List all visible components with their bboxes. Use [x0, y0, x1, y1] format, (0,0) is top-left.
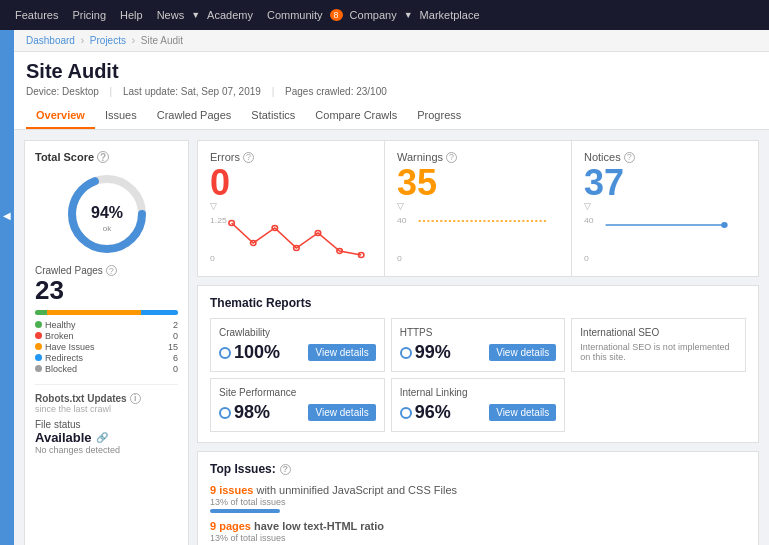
community-badge: 8 [330, 9, 343, 21]
svg-text:0: 0 [210, 253, 215, 263]
robots-section: Robots.txt Updates i since the last craw… [35, 384, 178, 455]
page-header: Site Audit Device: Desktop | Last update… [14, 52, 769, 130]
tab-progress[interactable]: Progress [407, 103, 471, 129]
nav-news[interactable]: News [150, 0, 192, 30]
breadcrumb-dashboard[interactable]: Dashboard [26, 35, 75, 46]
report-intl-seo: International SEO International SEO is n… [571, 318, 746, 372]
issue-item-2: 9 pages have low text-HTML ratio 13% of … [210, 520, 746, 545]
pb-healthy [35, 310, 47, 315]
internal-linking-title: Internal Linking [400, 387, 557, 398]
no-changes: No changes detected [35, 445, 178, 455]
legend-have-issues: Have Issues15 [35, 342, 178, 352]
top-issues-section: Top Issues: ? 9 issues with unminified J… [197, 451, 759, 545]
crawlability-title: Crawlability [219, 327, 376, 338]
site-performance-score-row: 98% View details [219, 402, 376, 423]
errors-info-icon[interactable]: ? [243, 152, 254, 163]
nav-chevron-news: ▼ [191, 10, 200, 20]
metrics-col: Errors ? 0 ▽ 1.25 0 [197, 140, 759, 545]
https-score: 99% [400, 342, 451, 363]
report-https: HTTPS 99% View details [391, 318, 566, 372]
issue-1-text: 9 issues with unminified JavaScript and … [210, 484, 746, 496]
top-issues-title: Top Issues: ? [210, 462, 746, 476]
score-panel: Total Score ? 94% ok [24, 140, 189, 545]
notices-sparkline: 40 0 [584, 213, 746, 263]
tabs-container: Overview Issues Crawled Pages Statistics… [26, 103, 757, 129]
svg-text:0: 0 [584, 253, 589, 263]
breadcrumb-sep1: › [81, 35, 84, 46]
https-view-details-btn[interactable]: View details [489, 344, 556, 361]
site-performance-title: Site Performance [219, 387, 376, 398]
device-label: Device: Desktop [26, 86, 99, 97]
issue-1-bar [210, 509, 280, 513]
breadcrumb-projects[interactable]: Projects [90, 35, 126, 46]
reports-grid: Crawlability 100% View details [210, 318, 746, 432]
errors-sparkline: 1.25 0 [210, 213, 372, 263]
nav-community[interactable]: Community [260, 0, 330, 30]
svg-text:0: 0 [397, 253, 402, 263]
issue-2-text: 9 pages have low text-HTML ratio [210, 520, 746, 532]
legend-redirects: Redirects6 [35, 353, 178, 363]
file-status-label: File status [35, 419, 178, 430]
breadcrumb: Dashboard › Projects › Site Audit [14, 30, 769, 52]
tab-issues[interactable]: Issues [95, 103, 147, 129]
nav-academy[interactable]: Academy [200, 0, 260, 30]
svg-text:40: 40 [584, 215, 594, 225]
internal-linking-score-row: 96% View details [400, 402, 557, 423]
nav-help[interactable]: Help [113, 0, 150, 30]
tab-statistics[interactable]: Statistics [241, 103, 305, 129]
donut-chart: 94% ok [35, 169, 178, 259]
pb-issues [47, 310, 140, 315]
internal-linking-score: 96% [400, 402, 451, 423]
main-content: Total Score ? 94% ok [14, 130, 769, 545]
crawled-number: 23 [35, 276, 178, 305]
site-performance-view-details-btn[interactable]: View details [308, 404, 375, 421]
robots-title: Robots.txt Updates i [35, 393, 178, 404]
errors-sub: ▽ [210, 201, 372, 211]
warnings-panel: Warnings ? 35 ▽ 40 0 [384, 140, 571, 277]
progress-bar [35, 310, 178, 315]
link-icon[interactable]: 🔗 [96, 432, 108, 443]
nav-chevron-company: ▼ [404, 10, 413, 20]
notices-panel: Notices ? 37 ▽ 40 0 [571, 140, 759, 277]
svg-text:1.25: 1.25 [210, 215, 227, 225]
issue-2-sub: 13% of total issues [210, 533, 746, 543]
errors-value: 0 [210, 165, 372, 201]
crawlability-score: 100% [219, 342, 280, 363]
nav-marketplace[interactable]: Marketplace [413, 0, 487, 30]
page-meta: Device: Desktop | Last update: Sat, Sep … [26, 86, 757, 97]
tab-crawled-pages[interactable]: Crawled Pages [147, 103, 242, 129]
pages-crawled-label: Pages crawled: 23/100 [285, 86, 387, 97]
tab-overview[interactable]: Overview [26, 103, 95, 129]
issues-info-icon[interactable]: ? [280, 464, 291, 475]
robots-sub: since the last crawl [35, 404, 178, 414]
score-info-icon[interactable]: ? [97, 151, 109, 163]
intl-seo-note: International SEO is not implemented on … [580, 342, 737, 362]
crawlability-view-details-btn[interactable]: View details [308, 344, 375, 361]
robots-info-icon[interactable]: i [130, 393, 141, 404]
score-title: Total Score ? [35, 151, 178, 163]
sidebar-toggle[interactable]: ◀ [0, 30, 14, 545]
warnings-sparkline: 40 0 [397, 213, 559, 263]
metrics-row: Errors ? 0 ▽ 1.25 0 [197, 140, 759, 277]
nav-company[interactable]: Company [343, 0, 404, 30]
warnings-info-icon[interactable]: ? [446, 152, 457, 163]
issue-1-sub: 13% of total issues [210, 497, 746, 507]
breadcrumb-sep2: › [132, 35, 135, 46]
internal-linking-view-details-btn[interactable]: View details [489, 404, 556, 421]
top-nav: Features Pricing Help News ▼ Academy Com… [0, 0, 769, 30]
nav-pricing[interactable]: Pricing [65, 0, 113, 30]
notices-info-icon[interactable]: ? [624, 152, 635, 163]
legend-healthy: Healthy2 [35, 320, 178, 330]
file-status-value: Available 🔗 [35, 430, 178, 445]
crawled-info-icon[interactable]: ? [106, 265, 117, 276]
pb-redirects [141, 310, 178, 315]
page-title: Site Audit [26, 60, 757, 83]
breadcrumb-current: Site Audit [141, 35, 183, 46]
nav-features[interactable]: Features [8, 0, 65, 30]
thematic-title: Thematic Reports [210, 296, 746, 310]
errors-panel: Errors ? 0 ▽ 1.25 0 [197, 140, 384, 277]
svg-point-12 [359, 253, 364, 258]
tab-compare-crawls[interactable]: Compare Crawls [305, 103, 407, 129]
meta-sep2: | [272, 86, 275, 97]
svg-text:ok: ok [102, 224, 111, 233]
